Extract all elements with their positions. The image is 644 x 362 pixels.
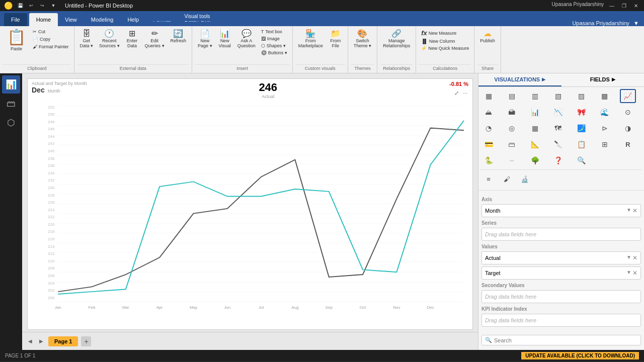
vis-waterfall[interactable]: 🌊 bbox=[597, 105, 613, 119]
customize-btn[interactable]: ▼ bbox=[49, 1, 58, 10]
redo-btn[interactable]: ↪ bbox=[38, 1, 47, 10]
new-visual-button[interactable]: 📊 NewVisual bbox=[216, 28, 234, 50]
tab-help[interactable]: Help bbox=[120, 13, 146, 26]
vis-donut[interactable]: ◎ bbox=[504, 121, 520, 135]
add-page-btn[interactable]: + bbox=[81, 336, 91, 346]
new-quick-measure-button[interactable]: ⚡ New Quick Measure bbox=[419, 45, 471, 52]
vis-anomaly[interactable]: 🔍 bbox=[574, 153, 590, 167]
vis-decomp-tree[interactable]: 🌳 bbox=[527, 153, 543, 167]
visualizations-tab[interactable]: VISUALIZATIONS ▶ bbox=[478, 73, 561, 86]
page-prev-btn[interactable]: ◀ bbox=[26, 337, 34, 345]
text-box-button[interactable]: T Text box bbox=[259, 28, 289, 35]
vis-stacked-bar[interactable]: ▦ bbox=[480, 89, 497, 103]
from-marketplace-button[interactable]: 🏪 FromMarketplace bbox=[296, 28, 326, 50]
switch-theme-button[interactable]: 🎨 SwitchTheme ▾ bbox=[351, 28, 374, 50]
vis-line[interactable]: 📈 bbox=[620, 89, 636, 103]
fields-tab[interactable]: FIELDS ▶ bbox=[561, 73, 645, 86]
paste-button[interactable]: 📋 Paste bbox=[3, 28, 30, 51]
vis-slicer[interactable]: 🔪 bbox=[550, 137, 566, 151]
vis-multi-row-card[interactable]: 🗃 bbox=[504, 137, 520, 151]
chart-expand-btn[interactable]: ⤢ bbox=[453, 89, 460, 98]
values-target-chevron[interactable]: ▼ bbox=[626, 269, 631, 277]
values-target-remove[interactable]: ✕ bbox=[632, 269, 637, 277]
tab-file[interactable]: File bbox=[4, 13, 27, 26]
vis-line-clust-col[interactable]: 📉 bbox=[550, 105, 566, 119]
new-measure-button[interactable]: fx New Measure bbox=[419, 28, 471, 38]
edit-queries-button[interactable]: ✏ EditQueries ▾ bbox=[142, 28, 167, 50]
vis-r[interactable]: R bbox=[620, 137, 636, 151]
manage-relationships-button[interactable]: 🔗 ManageRelationships bbox=[380, 28, 413, 50]
minimize-btn[interactable]: — bbox=[608, 2, 616, 10]
vis-pie[interactable]: ◔ bbox=[480, 121, 497, 135]
model-view-btn[interactable]: ⬡ bbox=[2, 114, 20, 132]
secondary-values-drop-zone[interactable]: Drag data fields here bbox=[481, 290, 641, 303]
vis-format-btn[interactable]: 🖌 bbox=[499, 172, 515, 186]
refresh-button[interactable]: 🔄 Refresh bbox=[168, 28, 189, 45]
chart-container[interactable]: Actual and Target by Month Dec Month 246… bbox=[27, 78, 473, 330]
tab-home[interactable]: Home bbox=[29, 13, 58, 26]
vis-treemap[interactable]: ▦ bbox=[527, 121, 543, 135]
copy-button[interactable]: 📄 Copy bbox=[31, 36, 71, 43]
buttons-button[interactable]: 🔘 Buttons ▾ bbox=[259, 49, 289, 56]
series-drop-zone[interactable]: Drag data fields here bbox=[481, 228, 641, 241]
vis-map[interactable]: 🗺 bbox=[550, 121, 566, 135]
tab-modeling[interactable]: Modeling bbox=[84, 13, 121, 26]
fields-search-input[interactable] bbox=[494, 337, 637, 343]
vis-gauge[interactable]: ◑ bbox=[620, 121, 636, 135]
vis-ribbon[interactable]: 🎀 bbox=[574, 105, 590, 119]
vis-qa[interactable]: ❓ bbox=[550, 153, 566, 167]
fields-search-container[interactable]: 🔍 bbox=[481, 335, 641, 345]
vis-analytics-btn[interactable]: 🔬 bbox=[517, 172, 533, 186]
restore-btn[interactable]: ❐ bbox=[620, 2, 628, 10]
report-view-btn[interactable]: 📊 bbox=[2, 75, 20, 94]
vis-matrix[interactable]: ⊞ bbox=[597, 137, 613, 151]
vis-stacked-area[interactable]: 🏔 bbox=[504, 105, 520, 119]
values-target-field[interactable]: Target ▼ ✕ bbox=[481, 266, 641, 280]
vis-clustered-bar[interactable]: ▤ bbox=[504, 89, 520, 103]
undo-btn[interactable]: ↩ bbox=[27, 1, 36, 10]
format-painter-button[interactable]: 🖌 Format Painter bbox=[31, 43, 71, 50]
axis-month-field[interactable]: Month ▼ ✕ bbox=[481, 204, 641, 217]
update-available-btn[interactable]: UPDATE AVAILABLE (CLICK TO DOWNLOAD) bbox=[521, 352, 639, 359]
tab-view[interactable]: View bbox=[58, 13, 84, 26]
new-column-button[interactable]: ▐▌ New Column bbox=[419, 38, 471, 45]
save-btn[interactable]: 💾 bbox=[16, 1, 25, 10]
vis-clustered-col[interactable]: ▨ bbox=[574, 89, 590, 103]
vis-card[interactable]: 💳 bbox=[480, 137, 497, 151]
vis-py[interactable]: 🐍 bbox=[480, 153, 497, 167]
publish-button[interactable]: ☁ Publish bbox=[477, 28, 498, 45]
kpi-drop-zone[interactable]: Drag data fields here bbox=[481, 314, 641, 327]
image-button[interactable]: 🖼 Image bbox=[259, 35, 289, 42]
vis-fields-btn[interactable]: ≡ bbox=[480, 172, 497, 186]
fields-panel-expand[interactable]: ▶ bbox=[612, 77, 615, 82]
vis-filled-map[interactable]: 🗾 bbox=[574, 121, 590, 135]
values-actual-remove[interactable]: ✕ bbox=[632, 254, 637, 261]
vis-line-col[interactable]: 📊 bbox=[527, 105, 543, 119]
get-data-button[interactable]: 🗄 GetData ▾ bbox=[77, 28, 96, 50]
ask-question-button[interactable]: 💬 Ask AQuestion bbox=[235, 28, 258, 50]
cut-button[interactable]: ✂ Cut bbox=[31, 28, 71, 35]
enter-data-button[interactable]: ⊞ EnterData bbox=[123, 28, 141, 50]
new-page-button[interactable]: 📄 NewPage ▾ bbox=[195, 28, 215, 50]
vis-table[interactable]: 📋 bbox=[574, 137, 590, 151]
vis-stacked-col[interactable]: ▧ bbox=[550, 89, 566, 103]
axis-month-remove[interactable]: ✕ bbox=[632, 207, 637, 214]
axis-month-chevron[interactable]: ▼ bbox=[626, 207, 631, 214]
shapes-button[interactable]: ⬡ Shapes ▾ bbox=[259, 42, 289, 49]
vis-more[interactable]: ··· bbox=[504, 153, 520, 167]
vis-area[interactable]: ⛰ bbox=[480, 105, 497, 119]
vis-funnel[interactable]: ⊳ bbox=[597, 121, 613, 135]
values-actual-chevron[interactable]: ▼ bbox=[626, 254, 631, 261]
page1-tab[interactable]: Page 1 bbox=[48, 336, 78, 346]
chart-more-btn[interactable]: ··· bbox=[462, 89, 468, 98]
vis-kpi[interactable]: 📐 bbox=[527, 137, 543, 151]
vis-stacked-col-100[interactable]: ▩ bbox=[597, 89, 613, 103]
recent-sources-button[interactable]: 🕐 RecentSources ▾ bbox=[97, 28, 122, 50]
user-chevron[interactable]: ▼ bbox=[633, 20, 639, 26]
vis-stacked-bar-100[interactable]: ▥ bbox=[527, 89, 543, 103]
from-file-button[interactable]: 📁 FromFile bbox=[327, 28, 345, 50]
close-btn[interactable]: ✕ bbox=[632, 2, 640, 10]
vis-scatter[interactable]: ⊙ bbox=[620, 105, 636, 119]
values-actual-field[interactable]: Actual ▼ ✕ bbox=[481, 251, 641, 264]
data-view-btn[interactable]: 🗃 bbox=[2, 95, 20, 113]
